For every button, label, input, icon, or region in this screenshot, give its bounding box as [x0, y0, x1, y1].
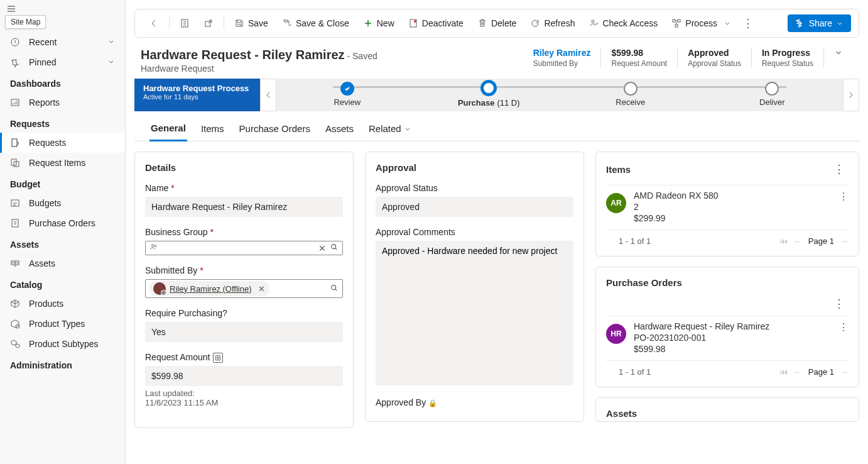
sidebar-item-product-subtypes[interactable]: Product Subtypes: [0, 334, 125, 354]
name-input[interactable]: [145, 197, 343, 217]
subgrid-more-button[interactable]: ⋮: [830, 297, 849, 310]
future-stage-icon: [765, 82, 779, 96]
deactivate-button[interactable]: Deactivate: [402, 14, 470, 32]
pager-next-button[interactable]: →: [840, 367, 849, 377]
popout-icon: [203, 18, 214, 28]
clear-icon[interactable]: ✕: [318, 243, 326, 253]
list-item[interactable]: AR AMD Radeon RX 580 2 $299.99 ⋮: [606, 185, 849, 229]
save-close-icon: [282, 18, 292, 28]
sidebar-item-product-types[interactable]: Product Types: [0, 314, 125, 334]
approval-status-input[interactable]: [376, 197, 573, 217]
share-button[interactable]: Share: [788, 14, 851, 32]
tab-assets[interactable]: Assets: [324, 119, 355, 141]
list-item[interactable]: HR Hardware Request - Riley Ramirez PO-2…: [606, 316, 849, 360]
refresh-button[interactable]: Refresh: [524, 14, 581, 32]
header-expand-button[interactable]: [823, 48, 853, 68]
avatar: [153, 282, 166, 295]
header-approval-value: Approved: [688, 48, 741, 58]
header-submitted-by-value[interactable]: Riley Ramirez: [533, 48, 591, 58]
sidebar-item-purchase-orders[interactable]: Purchase Orders: [0, 213, 125, 233]
lock-icon: 🔒: [428, 399, 437, 407]
stage-review[interactable]: Review: [276, 82, 418, 107]
tab-items[interactable]: Items: [200, 119, 225, 141]
subgrid-more-button[interactable]: ⋮: [830, 162, 849, 176]
row-more-button[interactable]: ⋮: [838, 191, 849, 202]
check-icon: [340, 82, 354, 96]
page-title: Hardware Request - Riley Ramirez: [141, 48, 345, 62]
header-fields: Riley RamirezSubmitted By $599.98Request…: [523, 48, 853, 68]
new-button[interactable]: New: [357, 14, 401, 32]
sitemap-tooltip: Site Map: [5, 15, 46, 29]
share-icon: [795, 18, 805, 28]
search-icon[interactable]: [330, 243, 339, 253]
back-button[interactable]: [143, 14, 165, 32]
require-purchasing-input[interactable]: [145, 322, 343, 342]
approval-comments-textarea[interactable]: [376, 241, 573, 385]
save-button[interactable]: Save: [228, 14, 274, 32]
header-approval-label: Approval Status: [688, 59, 741, 68]
sidebar-item-request-items[interactable]: Request Items: [0, 153, 125, 173]
request-amount-input[interactable]: [145, 366, 343, 386]
pager-first-button[interactable]: ⏮: [779, 367, 788, 377]
popout-button[interactable]: [197, 14, 220, 32]
process-prev-button[interactable]: [260, 79, 276, 111]
sidebar-recent[interactable]: Recent: [0, 32, 125, 52]
sidebar-header-requests: Requests: [0, 113, 125, 133]
sidebar-pinned[interactable]: Pinned: [0, 52, 125, 72]
check-access-button[interactable]: Check Access: [582, 14, 664, 32]
business-process-flow: Hardware Request Process Active for 11 d…: [134, 79, 859, 111]
chevron-down-icon: [107, 57, 115, 67]
process-button[interactable]: Process: [665, 14, 737, 32]
svg-rect-9: [12, 219, 18, 227]
tab-purchase-orders[interactable]: Purchase Orders: [238, 119, 312, 141]
record-header: Hardware Request - Riley Ramirez - Saved…: [126, 38, 868, 79]
submitted-by-lookup[interactable]: Riley Ramirez (Offline)✕: [145, 279, 343, 298]
tab-related[interactable]: Related: [367, 119, 413, 141]
process-next-button[interactable]: [843, 79, 859, 111]
pager-first-button[interactable]: ⏮: [779, 236, 788, 246]
more-commands-button[interactable]: ⋮: [739, 16, 757, 30]
stage-deliver[interactable]: Deliver: [702, 82, 844, 107]
product-subtype-icon: [10, 339, 20, 349]
pager-prev-button[interactable]: ←: [794, 367, 802, 377]
request-icon: [10, 138, 20, 148]
sidebar-item-requests[interactable]: Requests: [0, 133, 125, 153]
pager-next-button[interactable]: →: [840, 236, 849, 246]
stage-purchase[interactable]: Purchase(11 D): [418, 81, 560, 108]
po-amount: $599.98: [634, 344, 831, 354]
business-group-lookup[interactable]: ✕: [145, 241, 343, 255]
row-more-button[interactable]: ⋮: [838, 321, 849, 333]
sidebar-item-products[interactable]: Products: [0, 294, 125, 314]
clear-icon[interactable]: ✕: [258, 284, 265, 294]
form-tabs: General Items Purchase Orders Assets Rel…: [134, 111, 859, 141]
po-name: Hardware Request - Riley Ramirez: [634, 321, 831, 331]
delete-button[interactable]: Delete: [471, 14, 523, 32]
save-close-button[interactable]: Save & Close: [276, 14, 355, 32]
process-icon: [671, 18, 681, 28]
search-icon[interactable]: [330, 284, 339, 294]
items-subgrid: Items ⋮ AR AMD Radeon RX 580 2 $299.99 ⋮: [595, 152, 859, 257]
process-name[interactable]: Hardware Request Process Active for 11 d…: [134, 79, 260, 111]
form-body: Details Name * Business Group * ✕: [126, 141, 868, 464]
svg-point-26: [332, 285, 336, 289]
svg-point-24: [155, 245, 156, 247]
sidebar-header-budget: Budget: [0, 173, 125, 193]
header-status-label: Request Status: [762, 59, 813, 68]
sidebar-item-assets[interactable]: Assets: [0, 253, 125, 273]
sidebar-item-label: Assets: [29, 258, 55, 268]
header-amount-value: $599.98: [611, 48, 667, 58]
sidebar-pinned-label: Pinned: [29, 57, 57, 67]
sidebar-header-admin: Administration: [0, 354, 125, 374]
tab-general[interactable]: General: [149, 119, 187, 141]
stage-receive[interactable]: Receive: [560, 82, 702, 107]
pager-prev-button[interactable]: ←: [794, 236, 802, 246]
sidebar-header-assets: Assets: [0, 233, 125, 253]
sidebar-item-reports[interactable]: Reports: [0, 92, 125, 113]
sidebar-item-budgets[interactable]: Budgets: [0, 193, 125, 213]
assets-icon: [10, 258, 20, 268]
subgrid-title: Assets: [606, 408, 637, 419]
approval-section: Approval Approval Status Approval Commen…: [365, 152, 584, 422]
open-record-set-button[interactable]: [173, 14, 196, 32]
sidebar-item-label: Request Items: [29, 158, 85, 168]
section-title: Approval: [376, 162, 573, 173]
